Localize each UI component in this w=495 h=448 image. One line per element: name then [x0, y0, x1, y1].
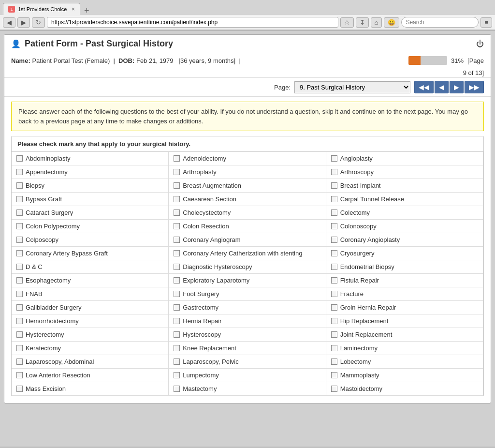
- url-bar[interactable]: [47, 17, 338, 28]
- checklist-item[interactable]: Laminectomy: [326, 342, 483, 355]
- checklist-checkbox[interactable]: [331, 209, 337, 216]
- checklist-checkbox[interactable]: [331, 304, 337, 311]
- checklist-checkbox[interactable]: [16, 304, 23, 311]
- checklist-checkbox[interactable]: [16, 331, 23, 338]
- checklist-item[interactable]: Low Anterior Resection: [12, 369, 169, 382]
- checklist-checkbox[interactable]: [16, 372, 23, 378]
- checklist-checkbox[interactable]: [174, 358, 180, 365]
- checklist-checkbox[interactable]: [331, 386, 337, 392]
- checklist-checkbox[interactable]: [331, 223, 337, 229]
- checklist-checkbox[interactable]: [16, 264, 23, 270]
- checklist-checkbox[interactable]: [174, 372, 180, 378]
- checklist-item[interactable]: Hysterectomy: [12, 328, 169, 342]
- checklist-item[interactable]: Colposcopy: [12, 233, 169, 247]
- checklist-item[interactable]: Gallbladder Surgery: [12, 301, 169, 314]
- checklist-item[interactable]: Joint Replacement: [326, 328, 483, 342]
- checklist-item[interactable]: Esophagectomy: [12, 274, 169, 287]
- checklist-checkbox[interactable]: [16, 223, 23, 229]
- checklist-item[interactable]: Coronary Angiogram: [169, 233, 326, 247]
- checklist-checkbox[interactable]: [16, 237, 23, 243]
- checklist-checkbox[interactable]: [16, 358, 23, 365]
- checklist-checkbox[interactable]: [174, 345, 180, 351]
- checklist-checkbox[interactable]: [331, 264, 337, 270]
- checklist-item[interactable]: Groin Hernia Repair: [326, 301, 483, 314]
- checklist-item[interactable]: Biopsy: [12, 179, 169, 193]
- checklist-item[interactable]: Laparoscopy, Pelvic: [169, 355, 326, 369]
- checklist-item[interactable]: FNAB: [12, 287, 169, 301]
- checklist-item[interactable]: Endometrial Biopsy: [326, 260, 483, 274]
- checklist-item[interactable]: D & C: [12, 260, 169, 274]
- checklist-item[interactable]: Knee Replacement: [169, 342, 326, 355]
- checklist-item[interactable]: Coronary Artery Catherization with stent…: [169, 247, 326, 260]
- forward-button[interactable]: ▶: [17, 17, 30, 28]
- checklist-checkbox[interactable]: [331, 372, 337, 378]
- checklist-item[interactable]: Angioplasty: [326, 152, 483, 165]
- page-select[interactable]: 1. Demographics2. Insurance3. Medical Hi…: [294, 81, 410, 93]
- checklist-item[interactable]: Colonoscopy: [326, 220, 483, 233]
- download-button[interactable]: ↧: [356, 17, 369, 28]
- last-page-button[interactable]: ▶▶: [465, 81, 484, 93]
- checklist-item[interactable]: Fracture: [326, 287, 483, 301]
- checklist-item[interactable]: Diagnostic Hysteroscopy: [169, 260, 326, 274]
- checklist-checkbox[interactable]: [16, 196, 23, 202]
- checklist-checkbox[interactable]: [16, 155, 23, 162]
- checklist-checkbox[interactable]: [331, 182, 337, 189]
- checklist-item[interactable]: Arthroscopy: [326, 165, 483, 179]
- checklist-checkbox[interactable]: [16, 182, 23, 189]
- checklist-item[interactable]: Mastoidectomy: [326, 382, 483, 396]
- checklist-item[interactable]: Caesarean Section: [169, 193, 326, 206]
- checklist-checkbox[interactable]: [174, 386, 180, 392]
- active-tab[interactable]: 1 1st Providers Choice ×: [3, 3, 80, 15]
- checklist-item[interactable]: Mastectomy: [169, 382, 326, 396]
- checklist-item[interactable]: Hernia Repair: [169, 314, 326, 328]
- checklist-item[interactable]: Appendectomy: [12, 165, 169, 179]
- checklist-checkbox[interactable]: [174, 155, 180, 162]
- checklist-checkbox[interactable]: [16, 250, 23, 256]
- checklist-checkbox[interactable]: [174, 250, 180, 256]
- checklist-checkbox[interactable]: [174, 237, 180, 243]
- checklist-checkbox[interactable]: [16, 169, 23, 175]
- bookmark-button[interactable]: ☆: [340, 17, 354, 28]
- checklist-checkbox[interactable]: [16, 345, 23, 351]
- home-button[interactable]: ⌂: [371, 17, 382, 28]
- checklist-checkbox[interactable]: [174, 277, 180, 284]
- checklist-checkbox[interactable]: [174, 196, 180, 202]
- search-input[interactable]: [401, 17, 479, 28]
- checklist-item[interactable]: Mammoplasty: [326, 369, 483, 382]
- checklist-item[interactable]: Arthroplasty: [169, 165, 326, 179]
- checklist-item[interactable]: Mass Excision: [12, 382, 169, 396]
- checklist-checkbox[interactable]: [16, 277, 23, 284]
- prev-page-button[interactable]: ◀: [435, 81, 449, 93]
- checklist-item[interactable]: Bypass Graft: [12, 193, 169, 206]
- checklist-item[interactable]: Coronary Artery Bypass Graft: [12, 247, 169, 260]
- checklist-item[interactable]: Breast Augmentation: [169, 179, 326, 193]
- checklist-checkbox[interactable]: [174, 318, 180, 324]
- checklist-checkbox[interactable]: [174, 331, 180, 338]
- checklist-item[interactable]: Colectomy: [326, 206, 483, 220]
- checklist-checkbox[interactable]: [331, 358, 337, 365]
- checklist-item[interactable]: Lobectomy: [326, 355, 483, 369]
- checklist-checkbox[interactable]: [331, 291, 337, 297]
- checklist-checkbox[interactable]: [331, 155, 337, 162]
- checklist-item[interactable]: Colon Resection: [169, 220, 326, 233]
- checklist-checkbox[interactable]: [331, 196, 337, 202]
- checklist-item[interactable]: Gastrectomy: [169, 301, 326, 314]
- checklist-item[interactable]: Cataract Surgery: [12, 206, 169, 220]
- refresh-button[interactable]: ↻: [32, 17, 45, 28]
- checklist-item[interactable]: Keratectomy: [12, 342, 169, 355]
- checklist-checkbox[interactable]: [174, 182, 180, 189]
- checklist-item[interactable]: Hemorrhoidectomy: [12, 314, 169, 328]
- new-tab-button[interactable]: +: [82, 6, 91, 15]
- checklist-item[interactable]: Cholecystectomy: [169, 206, 326, 220]
- menu-button[interactable]: ≡: [480, 17, 492, 28]
- checklist-checkbox[interactable]: [331, 237, 337, 243]
- checklist-item[interactable]: Lumpectomy: [169, 369, 326, 382]
- next-page-button[interactable]: ▶: [450, 81, 464, 93]
- first-page-button[interactable]: ◀◀: [414, 81, 434, 93]
- checklist-item[interactable]: Colon Polypectomy: [12, 220, 169, 233]
- checklist-checkbox[interactable]: [174, 291, 180, 297]
- checklist-item[interactable]: Exploratory Laparotomy: [169, 274, 326, 287]
- checklist-checkbox[interactable]: [16, 291, 23, 297]
- checklist-checkbox[interactable]: [16, 209, 23, 216]
- checklist-item[interactable]: Foot Surgery: [169, 287, 326, 301]
